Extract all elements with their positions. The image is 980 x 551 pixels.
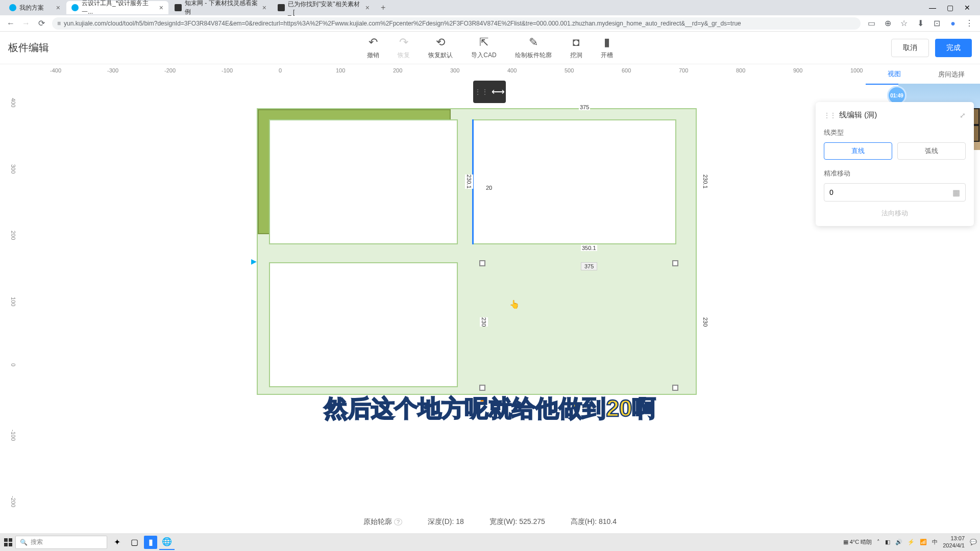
notification-icon[interactable]: 💬 bbox=[970, 539, 977, 545]
ruler-tick: -100 bbox=[10, 430, 16, 441]
new-tab-button[interactable]: + bbox=[376, 3, 390, 12]
star-icon[interactable]: ☆ bbox=[899, 19, 909, 28]
profile-icon[interactable]: ● bbox=[948, 19, 958, 28]
slot-button[interactable]: ▮开槽 bbox=[601, 36, 613, 60]
weather-widget[interactable]: ▦ 4°C 晴朗 bbox=[843, 538, 872, 546]
dim-label: 230 bbox=[701, 317, 709, 327]
calculator-icon[interactable]: ▦ bbox=[952, 188, 960, 197]
task-view-icon[interactable]: ▢ bbox=[127, 535, 142, 550]
rect-bottom-left[interactable] bbox=[269, 262, 458, 387]
undo-button[interactable]: ↶撤销 bbox=[367, 36, 379, 60]
slot-icon: ▮ bbox=[604, 36, 610, 49]
back-icon[interactable]: ← bbox=[6, 19, 15, 28]
reload-icon[interactable]: ⟳ bbox=[37, 19, 46, 28]
taskbar: 🔍搜索 ✦ ▢ ▮ 🌐 ▦ 4°C 晴朗 ˄ ◧ 🔊 ⚡ 📶 中 13:07 2… bbox=[0, 533, 980, 551]
close-icon[interactable]: × bbox=[155, 4, 163, 12]
close-icon[interactable]: × bbox=[258, 4, 266, 12]
precise-move-label: 精准移动 bbox=[824, 169, 966, 178]
close-window-icon[interactable]: ✕ bbox=[964, 4, 971, 11]
tab-1[interactable]: 我的方案× bbox=[4, 1, 65, 14]
ruler-tick: 0 bbox=[279, 67, 282, 73]
ruler-tick: 700 bbox=[679, 67, 688, 73]
ruler-tick: -200 bbox=[164, 67, 176, 73]
tray-icon[interactable]: 🔊 bbox=[895, 539, 902, 545]
rect-top-right[interactable] bbox=[472, 119, 676, 244]
windows-icon bbox=[4, 538, 12, 546]
translate-icon[interactable]: ▭ bbox=[867, 19, 876, 28]
tab-room-select[interactable]: 房间选择 bbox=[923, 64, 980, 85]
tray-wifi-icon[interactable]: 📶 bbox=[920, 539, 927, 545]
tab-icon bbox=[71, 4, 79, 11]
url-input[interactable]: ≡yun.kujiale.com/cloud/tool/h5/bim?desig… bbox=[52, 17, 861, 30]
redo-icon: ↷ bbox=[399, 36, 408, 49]
hole-button[interactable]: ◘挖洞 bbox=[570, 36, 582, 60]
ruler-tick: -200 bbox=[10, 496, 16, 507]
svg-rect-3 bbox=[9, 543, 12, 546]
handle[interactable] bbox=[479, 260, 485, 266]
menu-icon[interactable]: ⋮ bbox=[965, 19, 974, 28]
panel-outline[interactable] bbox=[257, 108, 697, 395]
app-header: 板件编辑 ↶撤销 ↷恢复 ⟲恢复默认 ⇱导入CAD ✎绘制板件轮廓 ◘挖洞 ▮开… bbox=[0, 32, 980, 64]
width-label: 宽度(W): 525.275 bbox=[489, 517, 545, 527]
complete-button[interactable]: 完成 bbox=[935, 39, 972, 57]
svg-rect-0 bbox=[4, 538, 8, 542]
marker-cyan: ▶ bbox=[251, 257, 257, 265]
import-icon: ⇱ bbox=[479, 36, 488, 49]
cancel-button[interactable]: 取消 bbox=[891, 39, 929, 57]
drag-icon[interactable]: ⋮⋮ bbox=[824, 112, 836, 119]
forward-icon[interactable]: → bbox=[21, 19, 31, 28]
reset-button[interactable]: ⟲恢复默认 bbox=[428, 36, 453, 60]
zoom-icon[interactable]: ⊕ bbox=[883, 19, 892, 28]
app-icon[interactable]: ▮ bbox=[144, 536, 157, 549]
start-button[interactable] bbox=[3, 537, 13, 547]
undo-icon: ↶ bbox=[369, 36, 378, 49]
arc-line-button[interactable]: 弧线 bbox=[897, 142, 966, 160]
straight-line-button[interactable]: 直线 bbox=[824, 142, 892, 160]
tray-chevron-icon[interactable]: ˄ bbox=[877, 539, 880, 545]
ruler-horizontal: -400-300-200-100010020030040050060070080… bbox=[19, 65, 980, 78]
taskbar-search[interactable]: 🔍搜索 bbox=[15, 536, 107, 549]
pencil-icon: ✎ bbox=[529, 36, 538, 49]
ruler-tick: 300 bbox=[10, 164, 16, 173]
tab-view[interactable]: 视图 bbox=[866, 64, 923, 85]
floating-toolbar[interactable]: ⋮⋮ ⟷ bbox=[473, 81, 506, 103]
depth-label: 深度(D): 18 bbox=[428, 517, 464, 527]
browser-tabs: 我的方案× 云设计工具_*设计服务主一...× 知末网 - 下素材找灵感看案例×… bbox=[0, 0, 980, 15]
expand-icon[interactable]: ⤢ bbox=[960, 111, 966, 119]
download-icon[interactable]: ⬇ bbox=[916, 19, 925, 28]
handle[interactable] bbox=[672, 260, 678, 266]
move-input[interactable]: ▦ bbox=[824, 183, 966, 202]
ime-indicator[interactable]: 中 bbox=[932, 538, 938, 546]
subtitle-overlay: 然后这个地方呢就给他做到20啊 bbox=[324, 393, 655, 424]
ruler-tick: 400 bbox=[10, 98, 16, 107]
extension-icon[interactable]: ⊡ bbox=[932, 19, 941, 28]
import-cad-button[interactable]: ⇱导入CAD bbox=[471, 36, 496, 60]
height-label: 高度(H): 810.4 bbox=[571, 517, 617, 527]
maximize-icon[interactable]: ▢ bbox=[946, 4, 953, 11]
draw-outline-button[interactable]: ✎绘制板件轮廓 bbox=[515, 36, 552, 60]
tab-3[interactable]: 知末网 - 下素材找灵感看案例× bbox=[169, 1, 272, 14]
handle[interactable] bbox=[479, 385, 485, 391]
ruler-tick: -100 bbox=[222, 67, 233, 73]
tray-icon[interactable]: ◧ bbox=[885, 539, 890, 545]
copilot-icon[interactable]: ✦ bbox=[109, 535, 125, 550]
tab-4[interactable]: 已为你找到"安装"相关素材_ [× bbox=[273, 1, 375, 14]
chrome-icon[interactable]: 🌐 bbox=[159, 535, 175, 550]
drag-handle-icon[interactable]: ⋮⋮ bbox=[474, 88, 488, 96]
minimize-icon[interactable]: — bbox=[929, 4, 936, 11]
tab-2-active[interactable]: 云设计工具_*设计服务主一...× bbox=[66, 1, 168, 14]
svg-rect-2 bbox=[4, 543, 8, 546]
move-value-input[interactable] bbox=[829, 188, 952, 196]
close-icon[interactable]: × bbox=[361, 4, 370, 12]
ruler-tick: 800 bbox=[736, 67, 745, 73]
clock[interactable]: 13:07 2024/4/1 bbox=[943, 535, 965, 548]
panel-title: 线编辑 (洞) bbox=[839, 110, 877, 120]
tray-icon[interactable]: ⚡ bbox=[908, 539, 915, 545]
bottom-info: 原始轮廓 ? 深度(D): 18 宽度(W): 525.275 高度(H): 8… bbox=[0, 511, 980, 533]
close-icon[interactable]: × bbox=[52, 4, 60, 12]
rect-top-left[interactable] bbox=[269, 119, 458, 244]
handle[interactable] bbox=[672, 385, 678, 391]
ruler-tick: 600 bbox=[622, 67, 631, 73]
dim-label: 375 bbox=[579, 104, 590, 110]
align-icon[interactable]: ⟷ bbox=[492, 86, 505, 97]
